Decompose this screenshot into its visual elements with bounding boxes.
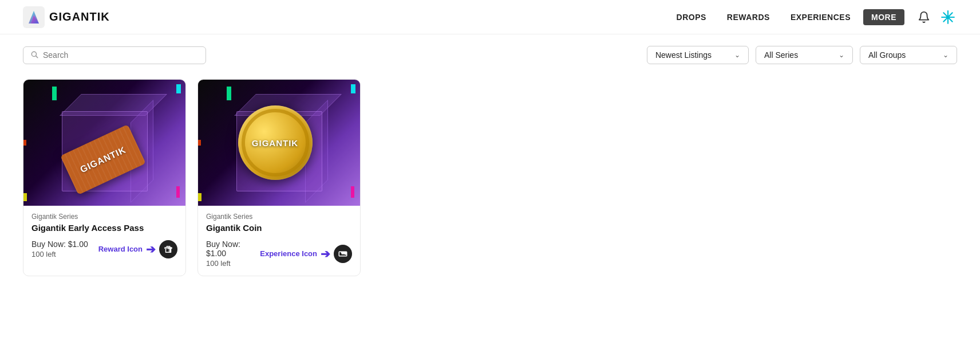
groups-label: All Groups [868, 50, 906, 60]
experience-annotation: Experience Icon ➔ [260, 245, 352, 263]
reward-icon[interactable] [159, 240, 177, 258]
groups-chevron-icon: ⌄ [943, 51, 949, 59]
experience-label: Experience Icon [260, 249, 317, 258]
card-price-2: Buy Now: $1.00 [206, 240, 260, 258]
filters-bar: Newest Listings ⌄ All Series ⌄ All Group… [0, 34, 980, 73]
nav-drops[interactable]: DROPS [669, 9, 714, 25]
sort-dropdown[interactable]: Newest Listings ⌄ [647, 46, 749, 64]
card-price-info-1: Buy Now: $1.00 100 left [31, 240, 88, 258]
notification-bell-icon[interactable] [915, 8, 933, 26]
card-early-access-pass[interactable]: GIGANTIK Gigantik Series Gigantik Early … [23, 79, 186, 276]
coin-item: GIGANTIK [238, 105, 313, 180]
cards-grid: GIGANTIK Gigantik Series Gigantik Early … [0, 73, 980, 299]
series-dropdown[interactable]: All Series ⌄ [756, 46, 853, 64]
reward-label: Reward Icon [98, 245, 143, 253]
experience-icon[interactable] [334, 245, 352, 263]
card-series-2: Gigantik Series [206, 213, 352, 221]
filter-dropdowns: Newest Listings ⌄ All Series ⌄ All Group… [647, 46, 957, 64]
search-box[interactable] [23, 46, 206, 64]
experience-arrow-icon: ➔ [321, 248, 330, 260]
nav-experiences[interactable]: EXPERIENCES [783, 9, 859, 25]
groups-dropdown[interactable]: All Groups ⌄ [860, 46, 957, 64]
search-icon [30, 50, 38, 60]
nav-more[interactable]: MORE [863, 9, 904, 25]
card-price-1: Buy Now: $1.00 [31, 240, 88, 249]
card-footer-2: Buy Now: $1.00 100 left Experience Icon … [206, 240, 352, 268]
logo-text: GIGANTIK [49, 10, 110, 23]
card-image-2: GIGANTIK [198, 80, 360, 206]
card-left-2: 100 left [206, 259, 260, 268]
card-left-1: 100 left [31, 250, 88, 258]
card-image-1: GIGANTIK [23, 80, 185, 206]
nav-icons [915, 8, 957, 26]
nav-rewards[interactable]: REWARDS [719, 9, 778, 25]
header: GIGANTIK DROPS REWARDS EXPERIENCES MORE [0, 0, 980, 34]
sort-chevron-icon: ⌄ [734, 51, 740, 59]
card-body-1: Gigantik Series Gigantik Early Access Pa… [23, 206, 185, 266]
series-chevron-icon: ⌄ [839, 51, 844, 59]
svg-line-9 [36, 56, 38, 57]
svg-point-7 [947, 15, 949, 18]
search-input[interactable] [43, 50, 199, 60]
sort-label: Newest Listings [655, 50, 712, 60]
card-footer-1: Buy Now: $1.00 100 left Reward Icon ➔ [31, 240, 177, 258]
logo-icon [23, 6, 45, 28]
series-label: All Series [764, 50, 798, 60]
reward-arrow-icon: ➔ [146, 244, 156, 255]
card-gigantik-coin[interactable]: GIGANTIK Gigantik Series Gigantik Coin B… [197, 79, 361, 276]
card-title-2: Gigantik Coin [206, 223, 352, 233]
card-title-1: Gigantik Early Access Pass [31, 223, 177, 233]
card-price-info-2: Buy Now: $1.00 100 left [206, 240, 260, 268]
main-nav: DROPS REWARDS EXPERIENCES MORE [669, 8, 957, 26]
card-series-1: Gigantik Series [31, 213, 177, 221]
reward-annotation: Reward Icon ➔ [98, 240, 177, 258]
snowflake-icon[interactable] [939, 8, 957, 26]
logo[interactable]: GIGANTIK [23, 6, 110, 28]
card-body-2: Gigantik Series Gigantik Coin Buy Now: $… [198, 206, 360, 276]
